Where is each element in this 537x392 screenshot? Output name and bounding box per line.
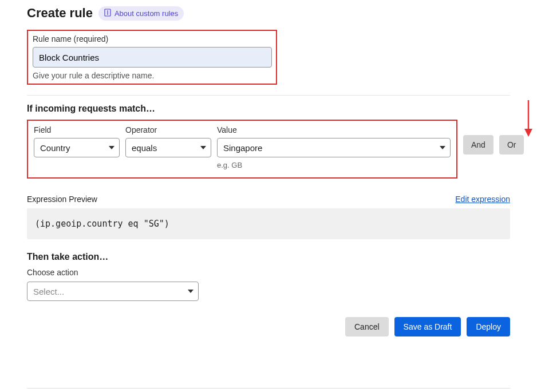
action-heading: Then take action… [27, 252, 510, 262]
cancel-button[interactable]: Cancel [345, 317, 389, 336]
rule-name-section: Rule name (required) Give your rule a de… [27, 30, 277, 85]
match-heading: If incoming requests match… [27, 104, 510, 114]
field-select-value: Country [40, 143, 70, 153]
annotation-arrow-icon [523, 99, 534, 141]
expression-preview-code: (ip.geoip.country eq "SG") [27, 208, 510, 239]
about-custom-rules-link[interactable]: About custom rules [98, 6, 184, 21]
match-condition-row: Field Country Operator equals Value Sing… [27, 120, 457, 179]
chevron-down-icon [200, 146, 206, 149]
page-footer-divider [27, 388, 510, 389]
divider [27, 95, 510, 96]
rule-name-label: Rule name (required) [33, 34, 271, 43]
deploy-button[interactable]: Deploy [467, 317, 510, 336]
value-label: Value [217, 125, 451, 134]
action-select-placeholder: Select... [33, 287, 64, 296]
and-button[interactable]: And [463, 135, 493, 155]
operator-select-value: equals [132, 143, 157, 153]
field-label: Field [34, 125, 120, 134]
edit-expression-link[interactable]: Edit expression [455, 195, 510, 204]
chevron-down-icon [440, 146, 445, 149]
rule-name-hint: Give your rule a descriptive name. [33, 71, 271, 80]
expression-preview-label: Expression Preview [27, 195, 97, 204]
chevron-down-icon [188, 290, 194, 293]
rule-name-input[interactable] [33, 47, 272, 68]
about-custom-rules-label: About custom rules [114, 9, 178, 18]
value-select[interactable]: Singapore [217, 138, 451, 157]
book-icon [104, 9, 111, 18]
or-button[interactable]: Or [499, 135, 524, 155]
operator-label: Operator [125, 125, 211, 134]
value-hint: e.g. GB [217, 161, 451, 169]
field-select[interactable]: Country [34, 138, 120, 157]
chevron-down-icon [109, 146, 114, 149]
operator-select[interactable]: equals [125, 138, 211, 157]
action-select[interactable]: Select... [27, 282, 199, 301]
value-select-value: Singapore [223, 143, 262, 153]
choose-action-label: Choose action [27, 268, 510, 277]
page-title: Create rule [27, 6, 93, 21]
save-as-draft-button[interactable]: Save as Draft [394, 317, 461, 336]
